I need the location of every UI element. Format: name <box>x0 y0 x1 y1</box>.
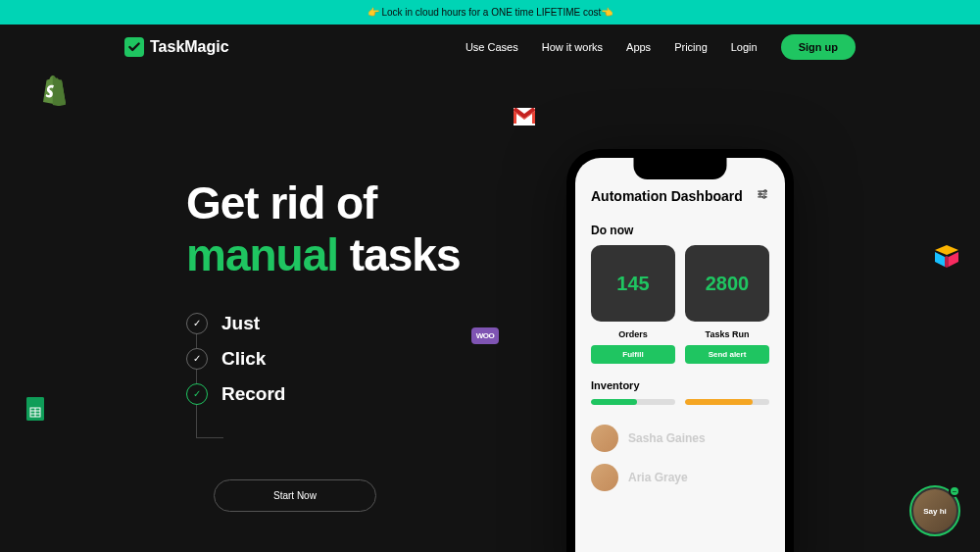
phone-screen: Automation Dashboard Do now 145 2800 Ord… <box>575 158 785 552</box>
person-name: Sasha Gaines <box>628 431 706 445</box>
phone-mockup: Automation Dashboard Do now 145 2800 Ord… <box>566 149 794 552</box>
dashboard-header: Automation Dashboard <box>591 187 769 204</box>
nav-use-cases[interactable]: Use Cases <box>466 41 518 53</box>
chat-status-dot: − <box>949 485 960 497</box>
nav-apps[interactable]: Apps <box>626 41 651 53</box>
step-connector-h <box>196 437 223 438</box>
header: TaskMagic Use Cases How it works Apps Pr… <box>0 25 980 70</box>
inventory-section: Inventory <box>591 379 769 405</box>
logo[interactable]: TaskMagic <box>124 37 229 57</box>
nav: Use Cases How it works Apps Pricing Logi… <box>466 34 856 60</box>
promo-banner[interactable]: 👉 Lock in cloud hours for a ONE time LIF… <box>0 0 980 25</box>
card-buttons: Fulfill Send alert <box>591 345 769 364</box>
list-item[interactable]: Sasha Gaines <box>591 425 769 452</box>
person-name: Aria Graye <box>628 471 688 484</box>
settings-icon[interactable] <box>756 187 769 204</box>
orders-value: 145 <box>616 273 649 295</box>
check-icon: ✓ <box>186 313 208 334</box>
logo-text: TaskMagic <box>150 38 229 56</box>
svg-point-3 <box>764 190 766 192</box>
start-now-button[interactable]: Start Now <box>214 479 376 512</box>
list-item[interactable]: Aria Graye <box>591 464 769 491</box>
logo-icon <box>124 37 144 57</box>
dashboard-title: Automation Dashboard <box>591 188 743 204</box>
inventory-bars <box>591 399 769 405</box>
fulfill-button[interactable]: Fulfill <box>591 345 675 364</box>
svg-point-5 <box>763 196 765 198</box>
chat-widget[interactable]: Say hi − <box>909 485 960 536</box>
hero-line2-rest: tasks <box>338 229 460 280</box>
card-labels: Orders Tasks Run <box>591 329 769 339</box>
promo-text: 👉 Lock in cloud hours for a ONE time LIF… <box>368 7 613 18</box>
nav-pricing[interactable]: Pricing <box>674 41 708 53</box>
avatar <box>591 425 618 452</box>
woocommerce-icon: WOO <box>471 327 499 344</box>
chat-label: Say hi <box>923 507 947 516</box>
hero-accent: manual <box>186 229 338 280</box>
nav-how-it-works[interactable]: How it works <box>542 41 603 53</box>
inventory-label: Inventory <box>591 379 769 391</box>
do-now-label: Do now <box>591 224 769 237</box>
step-label: Just <box>221 313 260 334</box>
step-label: Record <box>221 383 285 405</box>
google-sheets-icon <box>26 397 44 421</box>
check-icon: ✓ <box>186 348 208 370</box>
orders-label: Orders <box>591 329 675 339</box>
check-icon: ✓ <box>186 383 208 405</box>
tasks-run-card[interactable]: 2800 <box>685 245 769 322</box>
tasks-value: 2800 <box>706 273 750 295</box>
inventory-bar-1 <box>591 399 675 405</box>
shopify-icon <box>40 75 68 106</box>
tasks-label: Tasks Run <box>685 329 769 339</box>
send-alert-button[interactable]: Send alert <box>685 345 769 364</box>
airtable-icon <box>933 245 960 269</box>
step-label: Click <box>221 348 266 370</box>
avatar <box>591 464 618 491</box>
signup-button[interactable]: Sign up <box>781 34 856 60</box>
nav-login[interactable]: Login <box>731 41 758 53</box>
orders-card[interactable]: 145 <box>591 245 675 322</box>
phone-notch <box>634 158 727 179</box>
hero-section: Get rid of manual tasks ✓ Just ✓ Click ✓… <box>0 70 980 512</box>
gmail-icon <box>514 108 535 125</box>
metric-cards: 145 2800 <box>591 245 769 322</box>
inventory-bar-2 <box>685 399 769 405</box>
people-list: Sasha Gaines Aria Graye <box>591 425 769 491</box>
hero-line1: Get rid of <box>186 177 376 228</box>
svg-point-4 <box>760 193 761 195</box>
